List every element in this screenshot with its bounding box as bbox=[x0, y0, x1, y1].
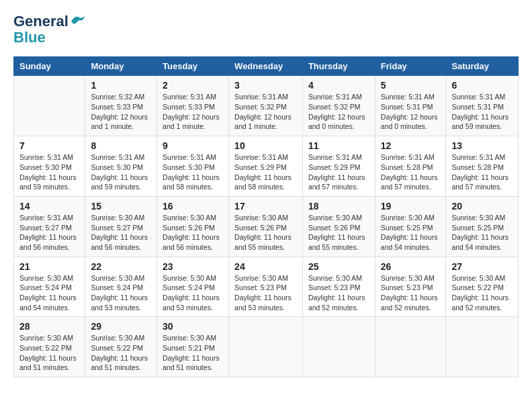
day-info: Sunrise: 5:31 AM Sunset: 5:27 PM Dayligh… bbox=[19, 213, 79, 253]
calendar-cell: 27Sunrise: 5:30 AM Sunset: 5:22 PM Dayli… bbox=[446, 257, 519, 317]
day-number: 25 bbox=[308, 261, 369, 272]
day-number: 29 bbox=[91, 321, 151, 332]
calendar-cell: 6Sunrise: 5:31 AM Sunset: 5:31 PM Daylig… bbox=[446, 76, 519, 136]
day-header: Monday bbox=[85, 57, 157, 76]
day-info: Sunrise: 5:31 AM Sunset: 5:28 PM Dayligh… bbox=[451, 152, 513, 192]
calendar-cell: 23Sunrise: 5:30 AM Sunset: 5:24 PM Dayli… bbox=[157, 257, 229, 317]
day-number: 23 bbox=[163, 261, 223, 272]
day-number: 28 bbox=[19, 321, 79, 332]
calendar-cell: 30Sunrise: 5:30 AM Sunset: 5:21 PM Dayli… bbox=[157, 317, 229, 377]
day-info: Sunrise: 5:31 AM Sunset: 5:31 PM Dayligh… bbox=[381, 92, 441, 132]
day-number: 3 bbox=[234, 80, 297, 91]
day-info: Sunrise: 5:31 AM Sunset: 5:30 PM Dayligh… bbox=[91, 152, 151, 192]
day-info: Sunrise: 5:30 AM Sunset: 5:23 PM Dayligh… bbox=[381, 273, 441, 313]
day-header: Saturday bbox=[446, 57, 519, 76]
day-info: Sunrise: 5:30 AM Sunset: 5:22 PM Dayligh… bbox=[91, 333, 151, 373]
day-number: 20 bbox=[451, 201, 513, 212]
calendar-cell: 17Sunrise: 5:30 AM Sunset: 5:26 PM Dayli… bbox=[229, 196, 303, 257]
day-info: Sunrise: 5:31 AM Sunset: 5:30 PM Dayligh… bbox=[163, 152, 223, 192]
day-header: Thursday bbox=[302, 57, 375, 76]
day-number: 17 bbox=[234, 201, 297, 212]
day-number: 22 bbox=[91, 261, 151, 272]
calendar-cell bbox=[375, 317, 446, 377]
day-number: 18 bbox=[308, 201, 369, 212]
day-number: 26 bbox=[381, 261, 441, 272]
day-number: 4 bbox=[308, 80, 369, 91]
calendar-cell: 5Sunrise: 5:31 AM Sunset: 5:31 PM Daylig… bbox=[375, 76, 446, 136]
logo: General Blue bbox=[13, 13, 85, 46]
day-info: Sunrise: 5:30 AM Sunset: 5:24 PM Dayligh… bbox=[91, 273, 151, 313]
calendar-cell: 24Sunrise: 5:30 AM Sunset: 5:23 PM Dayli… bbox=[229, 257, 303, 317]
day-info: Sunrise: 5:30 AM Sunset: 5:23 PM Dayligh… bbox=[308, 273, 369, 313]
calendar-cell: 25Sunrise: 5:30 AM Sunset: 5:23 PM Dayli… bbox=[302, 257, 375, 317]
day-number: 1 bbox=[91, 80, 151, 91]
day-number: 24 bbox=[234, 261, 297, 272]
header-row: SundayMondayTuesdayWednesdayThursdayFrid… bbox=[14, 57, 519, 76]
day-info: Sunrise: 5:32 AM Sunset: 5:33 PM Dayligh… bbox=[91, 92, 151, 132]
day-info: Sunrise: 5:30 AM Sunset: 5:25 PM Dayligh… bbox=[381, 213, 441, 253]
day-number: 30 bbox=[163, 321, 223, 332]
day-info: Sunrise: 5:30 AM Sunset: 5:26 PM Dayligh… bbox=[308, 213, 369, 253]
day-info: Sunrise: 5:31 AM Sunset: 5:31 PM Dayligh… bbox=[451, 92, 513, 132]
day-info: Sunrise: 5:30 AM Sunset: 5:22 PM Dayligh… bbox=[19, 333, 79, 373]
day-info: Sunrise: 5:30 AM Sunset: 5:26 PM Dayligh… bbox=[163, 213, 223, 253]
day-header: Wednesday bbox=[229, 57, 303, 76]
calendar-cell: 14Sunrise: 5:31 AM Sunset: 5:27 PM Dayli… bbox=[14, 196, 85, 257]
day-info: Sunrise: 5:31 AM Sunset: 5:32 PM Dayligh… bbox=[234, 92, 297, 132]
day-info: Sunrise: 5:31 AM Sunset: 5:32 PM Dayligh… bbox=[308, 92, 369, 132]
day-number: 15 bbox=[91, 201, 151, 212]
day-number: 2 bbox=[163, 80, 223, 91]
week-row: 28Sunrise: 5:30 AM Sunset: 5:22 PM Dayli… bbox=[14, 317, 519, 377]
calendar-cell: 7Sunrise: 5:31 AM Sunset: 5:30 PM Daylig… bbox=[14, 136, 85, 197]
day-info: Sunrise: 5:30 AM Sunset: 5:26 PM Dayligh… bbox=[234, 213, 297, 253]
day-info: Sunrise: 5:31 AM Sunset: 5:30 PM Dayligh… bbox=[19, 152, 79, 192]
calendar-table: SundayMondayTuesdayWednesdayThursdayFrid… bbox=[13, 56, 519, 377]
calendar-cell: 19Sunrise: 5:30 AM Sunset: 5:25 PM Dayli… bbox=[375, 196, 446, 257]
week-row: 14Sunrise: 5:31 AM Sunset: 5:27 PM Dayli… bbox=[14, 196, 519, 257]
calendar-cell: 10Sunrise: 5:31 AM Sunset: 5:29 PM Dayli… bbox=[229, 136, 303, 197]
day-number: 11 bbox=[308, 140, 369, 151]
calendar-cell: 28Sunrise: 5:30 AM Sunset: 5:22 PM Dayli… bbox=[14, 317, 85, 377]
calendar-cell: 21Sunrise: 5:30 AM Sunset: 5:24 PM Dayli… bbox=[14, 257, 85, 317]
day-number: 8 bbox=[91, 140, 151, 151]
calendar-cell: 2Sunrise: 5:31 AM Sunset: 5:33 PM Daylig… bbox=[157, 76, 229, 136]
calendar-cell: 22Sunrise: 5:30 AM Sunset: 5:24 PM Dayli… bbox=[85, 257, 157, 317]
logo-text-blue: Blue bbox=[13, 29, 46, 46]
day-number: 5 bbox=[381, 80, 441, 91]
calendar-cell: 18Sunrise: 5:30 AM Sunset: 5:26 PM Dayli… bbox=[302, 196, 375, 257]
week-row: 7Sunrise: 5:31 AM Sunset: 5:30 PM Daylig… bbox=[14, 136, 519, 197]
week-row: 1Sunrise: 5:32 AM Sunset: 5:33 PM Daylig… bbox=[14, 76, 519, 136]
day-info: Sunrise: 5:30 AM Sunset: 5:24 PM Dayligh… bbox=[163, 273, 223, 313]
day-info: Sunrise: 5:30 AM Sunset: 5:21 PM Dayligh… bbox=[163, 333, 223, 373]
calendar-cell: 12Sunrise: 5:31 AM Sunset: 5:28 PM Dayli… bbox=[375, 136, 446, 197]
calendar-cell: 15Sunrise: 5:30 AM Sunset: 5:27 PM Dayli… bbox=[85, 196, 157, 257]
calendar-cell: 16Sunrise: 5:30 AM Sunset: 5:26 PM Dayli… bbox=[157, 196, 229, 257]
day-info: Sunrise: 5:30 AM Sunset: 5:23 PM Dayligh… bbox=[234, 273, 297, 313]
calendar-cell bbox=[302, 317, 375, 377]
day-info: Sunrise: 5:30 AM Sunset: 5:25 PM Dayligh… bbox=[451, 213, 513, 253]
day-number: 7 bbox=[19, 140, 79, 151]
calendar-cell: 11Sunrise: 5:31 AM Sunset: 5:29 PM Dayli… bbox=[302, 136, 375, 197]
calendar-cell: 9Sunrise: 5:31 AM Sunset: 5:30 PM Daylig… bbox=[157, 136, 229, 197]
day-info: Sunrise: 5:31 AM Sunset: 5:29 PM Dayligh… bbox=[234, 152, 297, 192]
calendar-cell bbox=[229, 317, 303, 377]
day-number: 19 bbox=[381, 201, 441, 212]
calendar-cell: 1Sunrise: 5:32 AM Sunset: 5:33 PM Daylig… bbox=[85, 76, 157, 136]
week-row: 21Sunrise: 5:30 AM Sunset: 5:24 PM Dayli… bbox=[14, 257, 519, 317]
day-header: Sunday bbox=[14, 57, 85, 76]
calendar-cell bbox=[14, 76, 85, 136]
day-number: 10 bbox=[234, 140, 297, 151]
day-info: Sunrise: 5:31 AM Sunset: 5:33 PM Dayligh… bbox=[163, 92, 223, 132]
day-info: Sunrise: 5:30 AM Sunset: 5:27 PM Dayligh… bbox=[91, 213, 151, 253]
day-number: 13 bbox=[451, 140, 513, 151]
day-info: Sunrise: 5:31 AM Sunset: 5:29 PM Dayligh… bbox=[308, 152, 369, 192]
calendar-cell bbox=[446, 317, 519, 377]
day-info: Sunrise: 5:30 AM Sunset: 5:22 PM Dayligh… bbox=[451, 273, 513, 313]
day-number: 21 bbox=[19, 261, 79, 272]
day-number: 16 bbox=[163, 201, 223, 212]
logo-text: General bbox=[13, 13, 69, 30]
calendar-cell: 3Sunrise: 5:31 AM Sunset: 5:32 PM Daylig… bbox=[229, 76, 303, 136]
calendar-cell: 8Sunrise: 5:31 AM Sunset: 5:30 PM Daylig… bbox=[85, 136, 157, 197]
page-header: General Blue bbox=[13, 13, 519, 46]
day-header: Tuesday bbox=[157, 57, 229, 76]
